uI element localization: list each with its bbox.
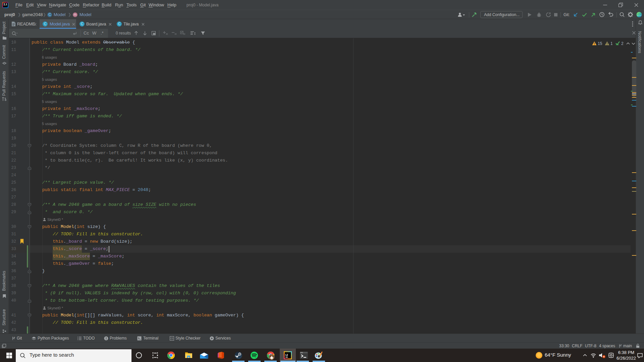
svg-text:IJ: IJ	[285, 353, 288, 357]
